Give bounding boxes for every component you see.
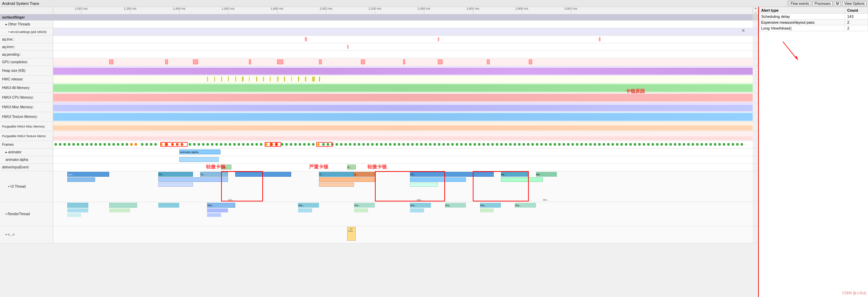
alert-count-scheduling: 143 bbox=[845, 14, 868, 20]
track-label-hwui-misc: HWUI Misc Memory: bbox=[0, 102, 53, 112]
track-deliver-input: deliverInputEvent del... d... bbox=[0, 164, 758, 171]
svg-point-44 bbox=[260, 143, 262, 146]
svg-point-143 bbox=[705, 143, 707, 146]
svg-point-147 bbox=[723, 143, 725, 146]
svg-point-25 bbox=[171, 143, 174, 146]
track-hwui-cpu: HWUI CPU Memory: bbox=[0, 93, 758, 102]
tick-1600: 1,600 ms bbox=[222, 7, 235, 10]
track-content-heap-size bbox=[53, 66, 753, 75]
svg-point-2 bbox=[64, 143, 66, 146]
track-purgeable-misc: Purgeable HWUI Misc Memory: bbox=[0, 122, 758, 131]
svg-point-134 bbox=[665, 143, 667, 146]
svg-point-114 bbox=[576, 143, 578, 146]
track-content-aq-ime bbox=[53, 36, 753, 43]
svg-point-128 bbox=[638, 143, 641, 146]
app-title: Android System Trace bbox=[2, 1, 39, 6]
svg-point-19 bbox=[141, 143, 144, 146]
svg-point-126 bbox=[629, 143, 632, 146]
scroll-controls: ↖ + − ↔ bbox=[753, 7, 758, 14]
svg-point-93 bbox=[482, 143, 485, 146]
svg-point-52 bbox=[299, 143, 301, 146]
track-label-om-tcl: • om.tcl.settings (pid 18529) bbox=[0, 28, 53, 35]
tick-area: 1,000 ms 1,200 ms 1,400 ms 1,600 ms 1,80… bbox=[53, 7, 753, 14]
track-heap-size: Heap size (KB): bbox=[0, 66, 758, 76]
svg-point-99 bbox=[509, 143, 512, 146]
svg-point-30 bbox=[197, 143, 200, 146]
svg-point-144 bbox=[709, 143, 712, 146]
alert-row-draw[interactable]: Long View#draw() 2 bbox=[759, 25, 868, 31]
track-label-more: • <...> bbox=[0, 226, 53, 243]
svg-point-50 bbox=[290, 143, 292, 146]
svg-point-103 bbox=[527, 143, 529, 146]
svg-point-33 bbox=[211, 143, 213, 146]
svg-point-79 bbox=[420, 143, 422, 146]
processes-btn[interactable]: Processes bbox=[812, 1, 833, 6]
svg-point-36 bbox=[224, 143, 227, 146]
tick-3000: 3,000 ms bbox=[564, 7, 577, 10]
svg-point-65 bbox=[358, 143, 360, 146]
tick-2800: 2,800 ms bbox=[515, 7, 528, 10]
svg-point-42 bbox=[251, 143, 253, 146]
svg-point-83 bbox=[438, 143, 440, 146]
svg-point-138 bbox=[683, 143, 685, 146]
svg-point-98 bbox=[505, 143, 507, 146]
svg-point-0 bbox=[55, 143, 57, 146]
trace-panel: 1,000 ms 1,200 ms 1,400 ms 1,600 ms 1,80… bbox=[0, 7, 758, 297]
track-other-threads: ▸ Other Threads bbox=[0, 21, 758, 28]
svg-point-146 bbox=[718, 143, 721, 146]
flow-events-btn[interactable]: Flow events bbox=[789, 1, 811, 6]
svg-point-40 bbox=[242, 143, 244, 146]
svg-point-63 bbox=[349, 143, 351, 146]
track-hwui-misc: HWUI Misc Memory: bbox=[0, 102, 758, 112]
tick-2000: 2,000 ms bbox=[320, 7, 332, 10]
svg-point-41 bbox=[247, 143, 249, 146]
svg-point-76 bbox=[407, 143, 409, 146]
annotation-arrow bbox=[762, 38, 803, 66]
svg-point-101 bbox=[518, 143, 521, 146]
svg-point-125 bbox=[625, 143, 627, 146]
alert-row-measure[interactable]: Expensive measure/layout pass 2 bbox=[759, 20, 868, 25]
svg-point-137 bbox=[678, 143, 681, 146]
svg-point-86 bbox=[451, 143, 454, 146]
svg-point-1 bbox=[59, 143, 61, 146]
view-options-btn[interactable]: View Options bbox=[842, 1, 867, 6]
svg-point-82 bbox=[433, 143, 436, 146]
svg-point-84 bbox=[442, 143, 445, 146]
m-btn[interactable]: M bbox=[834, 1, 841, 6]
svg-point-29 bbox=[193, 143, 195, 146]
svg-point-148 bbox=[727, 143, 730, 146]
svg-point-34 bbox=[215, 143, 218, 146]
svg-point-110 bbox=[558, 143, 560, 146]
svg-point-38 bbox=[233, 143, 236, 146]
zoom-in-icon[interactable]: + bbox=[754, 7, 757, 11]
svg-point-48 bbox=[281, 143, 283, 146]
svg-point-74 bbox=[398, 143, 400, 146]
close-om-tcl-btn[interactable]: ✕ bbox=[741, 28, 746, 33]
track-content-animator: animator:alpha bbox=[53, 148, 753, 156]
svg-point-92 bbox=[478, 143, 480, 146]
tick-1000: 1,000 ms bbox=[75, 7, 88, 10]
svg-point-16 bbox=[126, 143, 128, 146]
svg-point-46 bbox=[270, 143, 273, 146]
svg-point-14 bbox=[117, 143, 119, 146]
track-content-hwui-cpu bbox=[53, 93, 753, 102]
svg-point-17 bbox=[130, 143, 133, 146]
tick-2400: 2,400 ms bbox=[418, 7, 430, 10]
svg-point-113 bbox=[571, 143, 574, 146]
tracks-container[interactable]: surfaceflinger ▸ Other Threads • om.tcl.… bbox=[0, 14, 758, 297]
count-header: Count bbox=[845, 7, 868, 14]
alert-row-scheduling[interactable]: Scheduling delay 143 bbox=[759, 14, 868, 20]
track-content-other-threads bbox=[53, 21, 753, 28]
svg-point-22 bbox=[154, 143, 157, 146]
csdn-watermark: CSDN @小先生 bbox=[842, 291, 867, 296]
track-label-hwc-release: HWC release: bbox=[0, 76, 53, 83]
zoom-out-icon[interactable]: − bbox=[754, 11, 757, 15]
svg-point-23 bbox=[160, 143, 162, 146]
svg-point-107 bbox=[545, 143, 547, 146]
alert-table: Alert type Count Scheduling delay 143 Ex… bbox=[759, 7, 868, 31]
svg-point-12 bbox=[108, 143, 110, 146]
track-label-other-threads: ▸ Other Threads bbox=[0, 21, 53, 28]
svg-point-117 bbox=[589, 143, 592, 146]
svg-point-49 bbox=[285, 143, 288, 146]
svg-point-51 bbox=[294, 143, 297, 146]
